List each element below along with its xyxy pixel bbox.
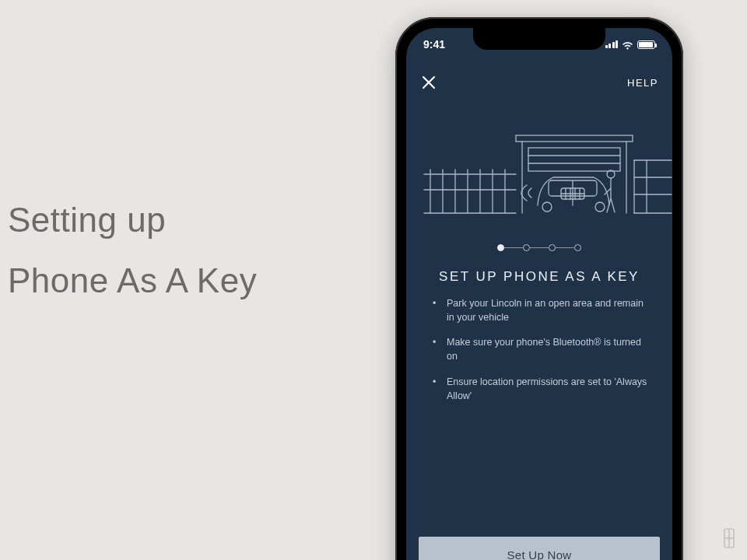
svg-point-24 <box>542 202 552 212</box>
garage-car-illustration <box>406 114 672 230</box>
close-icon[interactable] <box>420 74 437 91</box>
status-bar: 9:41 <box>406 28 672 61</box>
banner-text: Setting up Phone As A Key <box>8 201 257 300</box>
wifi-icon <box>622 40 633 49</box>
battery-icon <box>637 40 655 49</box>
step-dot-4 <box>574 244 581 251</box>
lincoln-logo-icon <box>722 527 736 549</box>
instruction-item: Ensure location permissions are set to '… <box>433 375 654 403</box>
status-time: 9:41 <box>423 38 445 51</box>
step-dot-1 <box>497 244 504 251</box>
phone-screen: 9:41 HELP <box>406 28 672 560</box>
banner-line-2: Phone As A Key <box>8 261 257 300</box>
cell-signal-icon <box>605 40 619 48</box>
svg-rect-0 <box>516 135 633 142</box>
screen-heading: SET UP PHONE AS A KEY <box>406 269 672 285</box>
instruction-item: Make sure your phone's Bluetooth® is tur… <box>433 335 654 363</box>
app-top-bar: HELP <box>406 67 672 98</box>
step-dot-2 <box>523 244 530 251</box>
instruction-item: Park your Lincoln in an open area and re… <box>433 296 654 324</box>
set-up-now-button[interactable]: Set Up Now <box>419 537 660 560</box>
instruction-list: Park your Lincoln in an open area and re… <box>433 296 654 414</box>
help-button[interactable]: HELP <box>627 77 658 89</box>
svg-rect-3 <box>528 148 620 171</box>
step-indicator <box>406 244 672 251</box>
svg-point-25 <box>595 202 605 212</box>
banner-line-1: Setting up <box>8 201 257 240</box>
step-dot-3 <box>549 244 556 251</box>
phone-device-frame: 9:41 HELP <box>395 17 683 560</box>
